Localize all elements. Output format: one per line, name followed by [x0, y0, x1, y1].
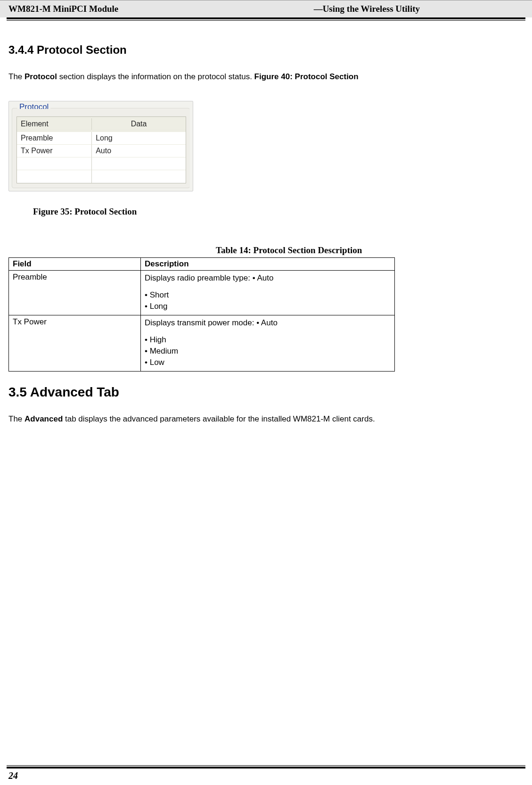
- page-footer: 24: [7, 765, 525, 781]
- cell-element: Tx Power: [17, 145, 92, 157]
- page-content: 3.4.4 Protocol Section The Protocol sect…: [0, 21, 532, 425]
- cell-description: Displays radio preamble type: • Auto • S…: [141, 270, 395, 315]
- protocol-screenshot: Protocol Element Data Preamble Long Tx P…: [8, 101, 193, 191]
- header-right: —Using the Wireless Utility: [314, 4, 524, 14]
- desc-bullet: • Low: [145, 358, 391, 367]
- text: section displays the information on the …: [57, 72, 254, 81]
- desc-bullet: • Long: [145, 302, 391, 311]
- header-left: WM821-M MiniPCI Module: [8, 4, 118, 14]
- figure-caption: Figure 35: Protocol Section: [33, 207, 524, 217]
- desc-bullet: • Short: [145, 290, 391, 300]
- table-row: [17, 157, 186, 170]
- page-number: 24: [7, 770, 525, 781]
- cell-element: [17, 170, 92, 183]
- cell-data: Auto: [92, 145, 186, 157]
- table-label: Table 14:: [216, 245, 251, 255]
- table-head-row: Field Description: [9, 257, 395, 270]
- cell-element: Preamble: [17, 132, 92, 145]
- col-header-description: Description: [141, 257, 395, 270]
- table-row: Preamble Long: [17, 132, 186, 145]
- text-bold: Protocol: [25, 72, 57, 81]
- col-header-data: Data: [92, 118, 186, 130]
- text: tab displays the advanced parameters ava…: [63, 414, 375, 423]
- heading-protocol-section: 3.4.4 Protocol Section: [8, 43, 524, 57]
- groupbox-inner: Element Data Preamble Long Tx Power Auto: [13, 109, 190, 187]
- header-rule-thick: [7, 17, 525, 19]
- table-caption: Table 14: Protocol Section Description: [216, 245, 524, 256]
- figure-text: Protocol Section: [73, 207, 137, 216]
- cell-data: [92, 170, 186, 183]
- protocol-table-header: Element Data: [17, 117, 186, 132]
- desc-line: Displays radio preamble type: • Auto: [145, 273, 391, 283]
- page-header: WM821-M MiniPCI Module —Using the Wirele…: [0, 0, 532, 17]
- desc-bullet: • Medium: [145, 347, 391, 356]
- heading-advanced-tab: 3.5 Advanced Tab: [8, 385, 524, 400]
- footer-rule-thin: [7, 765, 525, 766]
- cell-data: [92, 157, 186, 170]
- footer-rule-thick: [7, 767, 525, 768]
- table-row: Tx Power Auto: [17, 145, 186, 157]
- protocol-table: Element Data Preamble Long Tx Power Auto: [16, 116, 186, 183]
- table-row: [17, 170, 186, 183]
- advanced-intro-paragraph: The Advanced tab displays the advanced p…: [8, 413, 524, 425]
- col-header-field: Field: [9, 257, 141, 270]
- protocol-description-table: Field Description Preamble Displays radi…: [8, 257, 395, 372]
- protocol-intro-paragraph: The Protocol section displays the inform…: [8, 71, 524, 83]
- cell-data: Long: [92, 132, 186, 145]
- desc-bullet: • High: [145, 335, 391, 345]
- text-bold: Advanced: [25, 414, 63, 423]
- col-header-element: Element: [17, 118, 92, 130]
- table-row: Preamble Displays radio preamble type: •…: [9, 270, 395, 315]
- table-text: Protocol Section Description: [251, 245, 362, 255]
- desc-line: Displays transmit power mode: • Auto: [145, 318, 391, 328]
- cell-element: [17, 157, 92, 170]
- cell-description: Displays transmit power mode: • Auto • H…: [141, 315, 395, 371]
- text: The: [8, 414, 25, 423]
- cell-field: Preamble: [9, 270, 141, 315]
- text: The: [8, 72, 25, 81]
- figure-reference: Figure 40: Protocol Section: [254, 72, 359, 81]
- cell-field: Tx Power: [9, 315, 141, 371]
- table-row: Tx Power Displays transmit power mode: •…: [9, 315, 395, 371]
- figure-label: Figure 35:: [33, 207, 73, 216]
